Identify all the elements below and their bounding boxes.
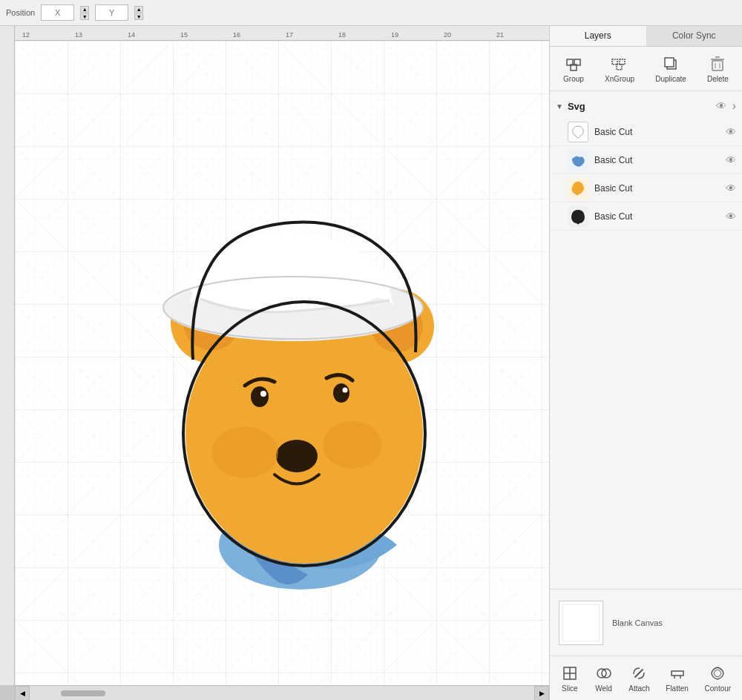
eye-icon-2[interactable]: 👁 (726, 154, 736, 166)
scroll-left-arrow[interactable]: ◀ (15, 686, 30, 701)
attach-button[interactable]: Attach (623, 661, 655, 696)
ruler-mark-20: 20 (444, 31, 451, 39)
svg-point-20 (211, 426, 278, 478)
canvas-label: Blank Canvas (612, 618, 663, 627)
ungroup-icon (611, 55, 628, 73)
y-up-arrow[interactable]: ▲ (134, 6, 143, 13)
layer-name-1: Basic Cut (594, 127, 720, 137)
ruler-top: 12 13 14 15 16 17 18 19 20 21 (15, 26, 549, 41)
bottom-panel-toolbar: Slice Weld (550, 656, 742, 700)
svg-rect-36 (562, 604, 600, 641)
svg-point-18 (343, 388, 348, 393)
tab-color-sync[interactable]: Color Sync (646, 26, 743, 46)
flatten-button[interactable]: Flatten (660, 661, 695, 696)
svg-rect-28 (617, 65, 622, 70)
eye-icon-1[interactable]: 👁 (726, 126, 736, 138)
panel-toolbar: Group XnGroup (550, 47, 742, 91)
layer-thumb-white (568, 122, 588, 142)
eye-icon-3[interactable]: 👁 (726, 182, 736, 194)
svg-point-15 (251, 386, 269, 407)
position-label: Position (6, 8, 35, 17)
layer-name-3: Basic Cut (594, 183, 720, 194)
delete-button[interactable]: Delete (701, 52, 735, 86)
svg-rect-26 (612, 59, 617, 65)
chevron-down-icon: ▼ (556, 102, 563, 110)
ruler-mark-21: 21 (496, 31, 504, 39)
layer-item[interactable]: Basic Cut 👁 (550, 146, 742, 174)
ruler-mark-15: 15 (180, 31, 188, 39)
ruler-mark-13: 13 (75, 31, 82, 39)
layer-thumb-black (568, 206, 588, 227)
x-arrows: ▲ ▼ (80, 6, 89, 20)
svg-label: Svg (568, 101, 713, 112)
delete-icon (709, 55, 726, 73)
scroll-right-svg: › (732, 99, 736, 113)
y-arrows: ▲ ▼ (134, 6, 143, 20)
svg-point-21 (323, 421, 382, 469)
scroll-right-arrow[interactable]: ▶ (534, 686, 549, 701)
scrollbar-bottom[interactable]: ◀ ▶ (15, 685, 549, 700)
canvas-preview: Blank Canvas (550, 589, 742, 656)
layer-thumb-orange (568, 178, 588, 199)
ruler-mark-19: 19 (391, 31, 398, 39)
ruler-mark-17: 17 (286, 31, 293, 39)
x-up-arrow[interactable]: ▲ (80, 6, 89, 13)
ruler-mark-14: 14 (128, 31, 135, 39)
slice-icon (561, 664, 579, 682)
eye-icon-4[interactable]: 👁 (726, 211, 736, 222)
layer-item[interactable]: Basic Cut 👁 (550, 202, 742, 231)
x-input[interactable] (41, 4, 74, 21)
layer-item[interactable]: Basic Cut 👁 (550, 174, 742, 202)
weld-icon (595, 664, 613, 682)
slice-button[interactable]: Slice (555, 661, 585, 696)
layer-list: ▼ Svg 👁 › Basic Cut 👁 (550, 91, 742, 589)
canvas-thumb (559, 601, 603, 645)
svg-rect-31 (712, 61, 723, 70)
main-area: 12 13 14 15 16 17 18 19 20 21 (0, 26, 742, 700)
grid-svg (15, 41, 549, 685)
ruler-left (0, 26, 15, 685)
svg-rect-42 (672, 671, 683, 676)
tab-bar: Layers Color Sync (550, 26, 742, 47)
contour-button[interactable]: Contour (699, 661, 738, 696)
top-toolbar: Position ▲ ▼ ▲ ▼ (0, 0, 742, 26)
attach-icon (630, 664, 648, 682)
layer-item[interactable]: Basic Cut 👁 (550, 118, 742, 146)
duplicate-icon (662, 55, 680, 73)
y-input[interactable] (95, 4, 128, 21)
flatten-icon (669, 664, 686, 682)
group-icon (565, 55, 582, 73)
layer-thumb-blue (568, 150, 588, 171)
x-down-arrow[interactable]: ▼ (80, 13, 89, 20)
svg-group-row[interactable]: ▼ Svg 👁 › (550, 94, 742, 118)
layer-name-2: Basic Cut (594, 155, 720, 165)
group-button[interactable]: Group (557, 52, 590, 86)
svg-point-19 (276, 440, 318, 472)
y-down-arrow[interactable]: ▼ (134, 13, 143, 20)
ruler-mark-12: 12 (22, 31, 30, 39)
ruler-mark-16: 16 (233, 31, 240, 39)
right-panel: Layers Color Sync Group (549, 26, 742, 700)
grid-canvas[interactable] (15, 41, 549, 685)
duplicate-button[interactable]: Duplicate (649, 52, 692, 86)
eye-icon-svg[interactable]: 👁 (716, 100, 726, 112)
svg-rect-30 (665, 58, 674, 67)
canvas-area: 12 13 14 15 16 17 18 19 20 21 (0, 26, 549, 700)
svg-rect-27 (620, 59, 625, 65)
ungroup-button[interactable]: XnGroup (599, 52, 640, 86)
layer-name-4: Basic Cut (594, 211, 720, 222)
contour-icon (709, 664, 726, 682)
weld-button[interactable]: Weld (589, 661, 619, 696)
svg-point-16 (333, 383, 349, 403)
svg-point-17 (260, 391, 266, 397)
ruler-mark-18: 18 (338, 31, 346, 39)
tab-layers[interactable]: Layers (550, 26, 646, 46)
